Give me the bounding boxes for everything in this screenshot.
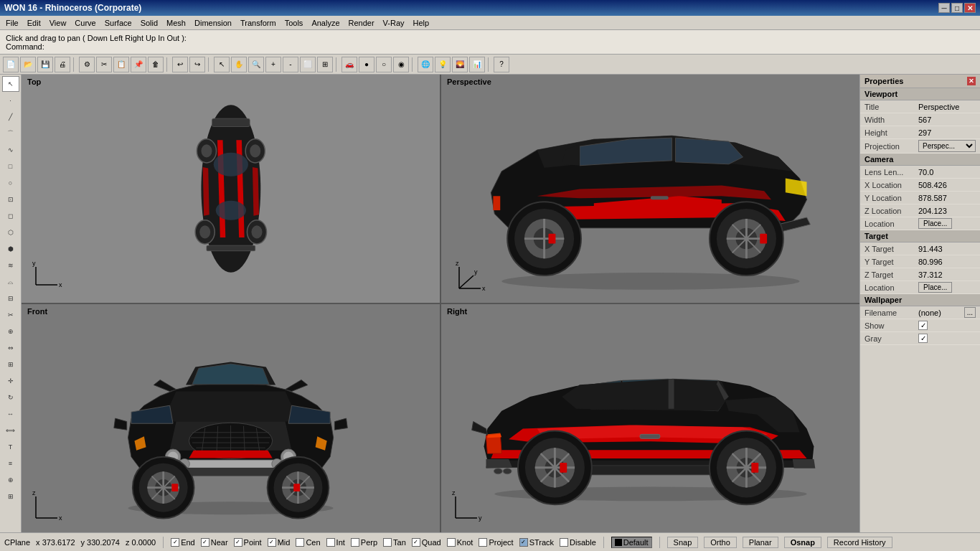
snap-strack-check[interactable]: ✓: [519, 538, 528, 547]
lt-move[interactable]: ✛: [2, 373, 19, 389]
toolbar-cut[interactable]: ✂: [96, 57, 112, 72]
prop-gray-check[interactable]: ✓: [918, 334, 928, 343]
menu-view[interactable]: View: [45, 17, 71, 29]
snap-project-check[interactable]: [479, 538, 487, 547]
toolbar-zoom-out[interactable]: -: [283, 57, 298, 72]
menu-file[interactable]: File: [1, 17, 23, 29]
lt-extrude[interactable]: ⬡: [2, 225, 19, 240]
lt-offset[interactable]: ⊟: [2, 291, 19, 306]
toolbar-b2[interactable]: ○: [376, 57, 392, 72]
toolbar-b4[interactable]: 📊: [469, 57, 485, 72]
toolbar-env[interactable]: 🌄: [452, 57, 468, 72]
snap-mid-check[interactable]: ✓: [268, 538, 276, 547]
toolbar-print[interactable]: 🖨: [55, 57, 70, 72]
menu-solid[interactable]: Solid: [136, 17, 162, 29]
planar-button[interactable]: Planar: [743, 537, 778, 548]
toolbar-copy[interactable]: 📋: [113, 57, 129, 72]
lt-layer[interactable]: ≡: [2, 456, 19, 471]
lt-surface[interactable]: ◻: [2, 208, 19, 224]
toolbar-save[interactable]: 💾: [37, 57, 53, 72]
lt-group[interactable]: ⊞: [2, 489, 19, 504]
toolbar-open[interactable]: 📂: [20, 57, 36, 72]
lt-rotate[interactable]: ↻: [2, 390, 19, 405]
lt-trim[interactable]: ✂: [2, 307, 19, 323]
snap-perp-check[interactable]: [351, 538, 359, 547]
lt-line[interactable]: ╱: [2, 109, 19, 125]
lt-dimension[interactable]: ⟺: [2, 423, 19, 438]
lt-cylinder[interactable]: ⊡: [2, 192, 19, 207]
toolbar-undo[interactable]: ↩: [172, 57, 188, 72]
properties-close-btn[interactable]: ✕: [967, 77, 976, 85]
lt-fillet[interactable]: ⌓: [2, 274, 19, 290]
lt-point[interactable]: ·: [2, 93, 19, 108]
snap-quad-check[interactable]: ✓: [412, 538, 420, 547]
menu-transform[interactable]: Transform: [236, 17, 281, 29]
menu-dimension[interactable]: Dimension: [190, 17, 236, 29]
prop-camera-place-btn[interactable]: Place...: [918, 218, 952, 229]
toolbar-paste[interactable]: 📌: [131, 57, 146, 72]
prop-filename-browse-btn[interactable]: ...: [964, 307, 976, 318]
menu-tools[interactable]: Tools: [281, 17, 308, 29]
menu-help[interactable]: Help: [409, 17, 434, 29]
toolbar-b1[interactable]: ●: [359, 57, 374, 72]
lt-curve[interactable]: ∿: [2, 142, 19, 158]
viewport-top[interactable]: Top: [22, 75, 440, 303]
ortho-button[interactable]: Ortho: [704, 537, 737, 548]
toolbar-zoom-window[interactable]: 🔍: [248, 57, 264, 72]
snap-int-check[interactable]: [326, 538, 335, 547]
snap-cen-check[interactable]: [296, 538, 304, 547]
toolbar-4view[interactable]: ⊞: [317, 57, 333, 72]
osnap-button[interactable]: Osnap: [784, 537, 821, 548]
toolbar-material[interactable]: 🌐: [418, 57, 433, 72]
menu-edit[interactable]: Edit: [23, 17, 45, 29]
toolbar-pan[interactable]: ✋: [231, 57, 247, 72]
toolbar-select[interactable]: ↖: [214, 57, 230, 72]
snap-knot-check[interactable]: [447, 538, 456, 547]
menu-mesh[interactable]: Mesh: [162, 17, 190, 29]
lt-loft[interactable]: ⬢: [2, 241, 19, 257]
toolbar-redo[interactable]: ↪: [189, 57, 205, 72]
viewport-right[interactable]: Right: [441, 304, 859, 532]
lt-blend[interactable]: ≋: [2, 258, 19, 273]
viewport-front[interactable]: Front: [22, 304, 440, 532]
lt-mirror[interactable]: ⇔: [2, 340, 19, 356]
minimize-button[interactable]: ─: [938, 3, 950, 13]
lt-select[interactable]: ↖: [2, 76, 19, 92]
lt-scale[interactable]: ↔: [2, 406, 19, 422]
snap-near-check[interactable]: ✓: [201, 538, 209, 547]
toolbar-new[interactable]: 📄: [3, 57, 19, 72]
toolbar-zoom-in[interactable]: +: [265, 57, 281, 72]
prop-projection-select[interactable]: Perspec... Parallel: [918, 140, 976, 152]
menu-render[interactable]: Render: [344, 17, 379, 29]
snap-end-check[interactable]: ✓: [171, 538, 179, 547]
lt-sphere[interactable]: ○: [2, 175, 19, 191]
toolbar-delete[interactable]: 🗑: [148, 57, 164, 72]
toolbar-b3[interactable]: ◉: [393, 57, 409, 72]
toolbar-options[interactable]: ⚙: [79, 57, 95, 72]
maximize-button[interactable]: □: [951, 3, 963, 13]
menu-curve[interactable]: Curve: [70, 17, 100, 29]
menu-vray[interactable]: V-Ray: [379, 17, 409, 29]
prop-show-check[interactable]: ✓: [918, 321, 928, 330]
viewport-perspective[interactable]: Perspective: [441, 75, 859, 303]
lt-array[interactable]: ⊞: [2, 357, 19, 372]
lt-box[interactable]: □: [2, 159, 19, 174]
menu-surface[interactable]: Surface: [100, 17, 136, 29]
lt-text[interactable]: T: [2, 439, 19, 455]
snap-point-check[interactable]: ✓: [234, 538, 242, 547]
lt-boolean[interactable]: ⊕: [2, 324, 19, 339]
lt-polyline[interactable]: ⌒: [2, 126, 19, 141]
snap-tan-check[interactable]: [383, 538, 392, 547]
toolbar-car[interactable]: 🚗: [341, 57, 357, 72]
toolbar-zoom-extent[interactable]: ⬜: [300, 57, 316, 72]
snap-button[interactable]: Snap: [667, 537, 699, 548]
close-button[interactable]: ✕: [964, 3, 976, 13]
toolbar-lights[interactable]: 💡: [435, 57, 451, 72]
prop-target-place-btn[interactable]: Place...: [918, 282, 952, 293]
toolbar-help[interactable]: ?: [494, 57, 509, 72]
snap-disable-check[interactable]: [560, 538, 568, 547]
menu-analyze[interactable]: Analyze: [307, 17, 344, 29]
record-history-button[interactable]: Record History: [827, 537, 892, 548]
snap-tan-label: Tan: [393, 538, 406, 547]
lt-snap[interactable]: ⊕: [2, 472, 19, 488]
